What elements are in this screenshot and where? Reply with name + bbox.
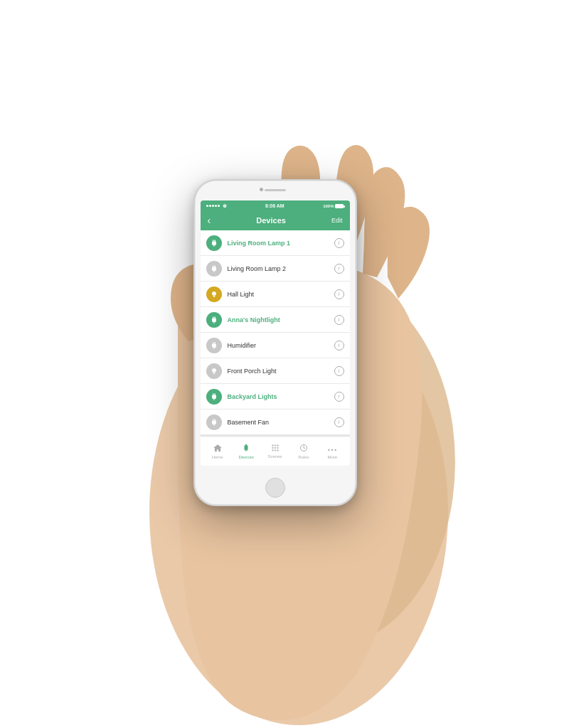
device-name: Anna's Nightlight bbox=[228, 316, 334, 323]
device-item[interactable]: Humidifieri bbox=[201, 333, 350, 358]
svg-point-31 bbox=[275, 450, 276, 451]
svg-point-24 bbox=[272, 445, 273, 446]
svg-rect-13 bbox=[213, 342, 214, 344]
device-item[interactable]: Front Porch Lighti bbox=[201, 358, 350, 384]
svg-rect-7 bbox=[213, 271, 214, 272]
more-tab-label: More bbox=[327, 455, 337, 459]
info-icon[interactable]: i bbox=[334, 238, 344, 248]
device-icon-2 bbox=[206, 261, 222, 277]
info-icon[interactable]: i bbox=[334, 417, 344, 427]
svg-rect-12 bbox=[213, 322, 214, 323]
scenes-tab-label: Scenes bbox=[268, 454, 282, 459]
tab-bar: HomeDevicesScenesRulesMore bbox=[201, 436, 350, 466]
device-name: Living Room Lamp 1 bbox=[228, 240, 334, 247]
tab-devices[interactable]: Devices bbox=[232, 444, 260, 459]
device-item[interactable]: Hall Lighti bbox=[201, 282, 350, 307]
svg-point-26 bbox=[277, 445, 278, 446]
nav-header: ‹ Devices Edit bbox=[201, 210, 350, 230]
info-icon[interactable]: i bbox=[334, 366, 344, 376]
device-name: Humidifier bbox=[228, 342, 334, 349]
device-icon-5 bbox=[206, 338, 222, 353]
svg-rect-5 bbox=[213, 265, 214, 267]
svg-rect-2 bbox=[213, 240, 214, 242]
device-icon-8 bbox=[206, 414, 222, 430]
device-name: Backyard Lights bbox=[228, 393, 334, 400]
more-tab-icon bbox=[327, 444, 337, 454]
app-container: ⊛ 8:08 AM 100% ‹ Devices Edit Living Roo… bbox=[0, 0, 564, 728]
svg-rect-19 bbox=[214, 393, 216, 395]
info-icon[interactable]: i bbox=[334, 289, 344, 299]
device-icon-4 bbox=[206, 312, 222, 328]
signal-dots bbox=[206, 205, 220, 207]
phone-screen: ⊛ 8:08 AM 100% ‹ Devices Edit Living Roo… bbox=[201, 200, 350, 466]
status-left: ⊛ bbox=[206, 203, 227, 209]
device-icon-6 bbox=[206, 363, 222, 379]
svg-rect-23 bbox=[213, 424, 214, 426]
home-tab-icon bbox=[213, 444, 223, 454]
svg-rect-4 bbox=[213, 245, 214, 247]
device-name: Front Porch Light bbox=[228, 368, 334, 375]
info-icon[interactable]: i bbox=[334, 341, 344, 350]
devices-tab-icon bbox=[241, 444, 251, 454]
device-icon-3 bbox=[206, 287, 222, 302]
back-button[interactable]: ‹ bbox=[208, 215, 211, 226]
home-button[interactable] bbox=[265, 478, 285, 498]
svg-rect-17 bbox=[213, 373, 215, 374]
wifi-icon: ⊛ bbox=[223, 203, 227, 209]
svg-rect-14 bbox=[214, 342, 216, 344]
svg-rect-20 bbox=[213, 399, 214, 400]
svg-point-32 bbox=[277, 450, 278, 451]
device-icon-1 bbox=[206, 235, 222, 251]
info-icon[interactable]: i bbox=[334, 315, 344, 325]
svg-point-30 bbox=[272, 450, 273, 451]
page-title: Devices bbox=[256, 216, 286, 225]
device-name: Basement Fan bbox=[228, 419, 334, 426]
status-right: 100% bbox=[323, 204, 344, 208]
edit-button[interactable]: Edit bbox=[331, 217, 343, 224]
tab-home[interactable]: Home bbox=[203, 444, 232, 459]
device-name: Living Room Lamp 2 bbox=[228, 265, 334, 272]
info-icon[interactable]: i bbox=[334, 264, 344, 274]
svg-rect-22 bbox=[214, 419, 216, 421]
battery-percent: 100% bbox=[323, 204, 334, 208]
device-name: Hall Light bbox=[228, 291, 334, 298]
scenes-tab-icon bbox=[270, 444, 280, 454]
svg-rect-3 bbox=[214, 240, 216, 242]
device-list: Living Room Lamp 1iLiving Room Lamp 2iHa… bbox=[201, 230, 350, 436]
svg-point-34 bbox=[328, 449, 329, 450]
svg-point-36 bbox=[335, 449, 336, 450]
device-item[interactable]: Living Room Lamp 1i bbox=[201, 230, 350, 256]
home-tab-label: Home bbox=[212, 455, 223, 459]
svg-rect-6 bbox=[214, 265, 216, 267]
svg-rect-18 bbox=[213, 393, 214, 395]
svg-point-25 bbox=[275, 445, 276, 446]
status-bar: ⊛ 8:08 AM 100% bbox=[201, 200, 350, 210]
device-icon-7 bbox=[206, 389, 222, 405]
status-time: 8:08 AM bbox=[265, 203, 284, 208]
rules-tab-icon bbox=[299, 444, 309, 454]
battery-icon bbox=[335, 204, 344, 208]
rules-tab-label: Rules bbox=[298, 455, 309, 459]
svg-rect-9 bbox=[213, 296, 215, 297]
device-item[interactable]: Backyard Lightsi bbox=[201, 384, 350, 410]
phone-device: ⊛ 8:08 AM 100% ‹ Devices Edit Living Roo… bbox=[193, 179, 357, 506]
device-item[interactable]: Living Room Lamp 2i bbox=[201, 256, 350, 282]
svg-rect-16 bbox=[213, 373, 215, 373]
svg-rect-8 bbox=[213, 296, 215, 296]
svg-rect-15 bbox=[213, 348, 214, 349]
svg-rect-21 bbox=[213, 419, 214, 421]
svg-rect-11 bbox=[214, 316, 216, 318]
device-item[interactable]: Anna's Nightlighti bbox=[201, 307, 350, 333]
info-icon[interactable]: i bbox=[334, 392, 344, 402]
svg-point-35 bbox=[331, 449, 333, 450]
tab-scenes[interactable]: Scenes bbox=[260, 444, 289, 459]
svg-point-27 bbox=[272, 447, 273, 449]
tab-more[interactable]: More bbox=[318, 444, 346, 459]
devices-tab-label: Devices bbox=[238, 455, 253, 459]
tab-rules[interactable]: Rules bbox=[289, 444, 318, 459]
svg-point-28 bbox=[275, 447, 276, 449]
svg-rect-10 bbox=[213, 316, 214, 318]
device-item[interactable]: Basement Fani bbox=[201, 410, 350, 435]
phone-speaker bbox=[265, 189, 286, 191]
phone-camera bbox=[260, 188, 263, 191]
